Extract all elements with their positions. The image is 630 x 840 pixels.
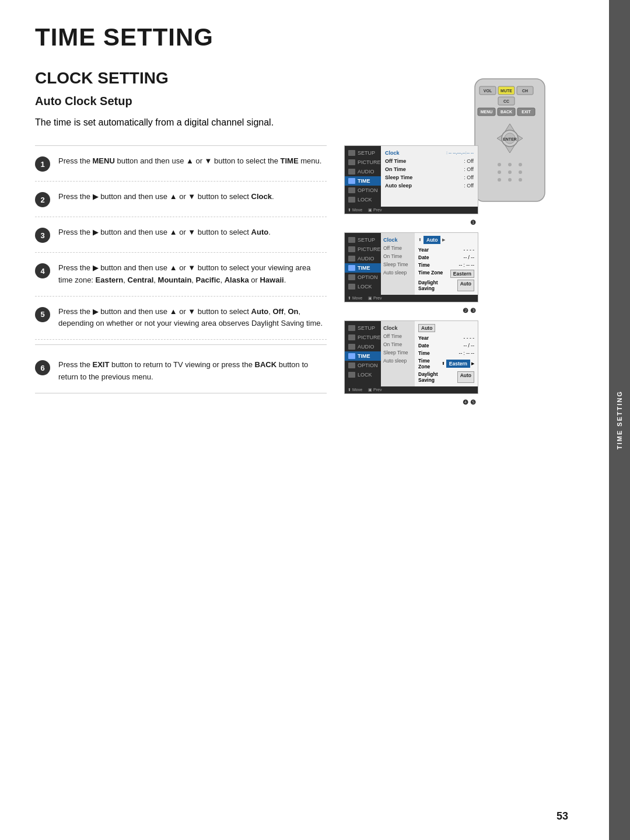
tv-screen-2: SETUP PICTURE AUDIO [344, 232, 478, 302]
label-clock-2: Clock [383, 236, 412, 244]
audio2-icon [348, 256, 355, 262]
audio-icon [348, 169, 355, 175]
svg-point-26 [508, 170, 512, 174]
svg-point-25 [498, 170, 501, 174]
sidebar2-lock: LOCK [345, 282, 381, 291]
step-number-1: 1 [35, 156, 50, 172]
svg-text:CC: CC [503, 99, 509, 103]
time2-icon [348, 265, 355, 271]
step-row-2: 2 Press the ▶ button and then use ▲ or ▼… [35, 182, 327, 217]
time-row-3: Time -- : -- -- [418, 349, 474, 357]
daylight-row-3: DaylightSaving Auto [418, 370, 474, 384]
year-row-3: Year - - - - [418, 334, 474, 341]
lock2-icon [348, 284, 355, 290]
svg-text:BACK: BACK [501, 110, 512, 114]
year-row-2: Year - - - - [418, 246, 474, 253]
steps-column: 1 Press the MENU button and then use ▲ o… [35, 145, 327, 406]
picture-icon [348, 159, 355, 165]
tv-row-autosleep-1: Auto sleep : Off [385, 182, 474, 190]
setup2-icon [348, 237, 355, 243]
sidebar3-option: OPTION [345, 361, 381, 370]
tv-left-labels-3: Clock Off Time On Time Sleep Time Auto s… [381, 321, 415, 386]
sidebar3-audio: AUDIO [345, 342, 381, 351]
tv-screen-3: SETUP PICTURE AUDIO [344, 320, 478, 394]
svg-text:MUTE: MUTE [501, 89, 512, 93]
svg-text:MENU: MENU [481, 110, 493, 114]
tv-row-sleep-1: Sleep Time : Off [385, 173, 474, 182]
screen-group-3: SETUP PICTURE AUDIO [344, 320, 478, 406]
label-sleep-3: Sleep Time [383, 348, 412, 357]
step-row-4: 4 Press the ▶ button and then use ▲ or ▼… [35, 253, 327, 297]
daylight-badge-2: Auto [457, 280, 474, 291]
svg-point-23 [508, 163, 512, 166]
divider-5 [35, 344, 327, 345]
tv-row-offtime-1: Off Time : Off [385, 157, 474, 165]
setup-icon [348, 150, 355, 156]
time-icon [348, 178, 355, 184]
tv-sidebar-3: SETUP PICTURE AUDIO [345, 321, 381, 386]
svg-text:CH: CH [522, 89, 528, 93]
timezone-badge-2: Eastern [450, 270, 474, 278]
date-row-2: Date -- / -- [418, 253, 474, 261]
step-row-5: 5 Press the ▶ button and then use ▲ or ▼… [35, 297, 327, 340]
option3-icon [348, 363, 355, 368]
clock-value-header-3: Auto [418, 324, 474, 332]
sidebar2-audio: AUDIO [345, 254, 381, 263]
sidebar2-time: TIME [345, 263, 381, 273]
svg-point-27 [519, 170, 522, 174]
clock-value-header-2: ⬆ Auto ▶ [418, 236, 474, 244]
svg-point-24 [519, 163, 522, 166]
clock-mode-badge: Auto [424, 236, 440, 244]
side-tab: TIME SETTING [609, 0, 630, 840]
step-number-3: 3 [35, 228, 50, 243]
label-ontime-3: On Time [383, 340, 412, 348]
tv-sidebar-1: SETUP PICTURE AUDIO [345, 146, 381, 207]
svg-point-28 [498, 178, 501, 182]
step-text-1: Press the MENU button and then use ▲ or … [58, 155, 327, 168]
tv-footer-3: ⬆ Move ▣ Prev [345, 386, 478, 393]
step-number-6: 6 [35, 360, 50, 375]
sidebar-lock: LOCK [345, 195, 381, 204]
sidebar3-picture: PICTURE [345, 333, 381, 342]
tv-footer-1: ⬆ Move ▣ Prev [345, 207, 478, 214]
tv-row-ontime-1: On Time : Off [385, 165, 474, 173]
screen1-stepnum: ❶ [470, 219, 478, 226]
step-row-6: 6 Press the EXIT button to return to TV … [35, 350, 327, 393]
screen-group-1: SETUP PICTURE AUDIO [344, 145, 478, 226]
lock3-icon [348, 372, 355, 378]
setup3-icon [348, 325, 355, 331]
svg-text:EXIT: EXIT [522, 110, 531, 114]
label-autosleep-3: Auto sleep [383, 357, 412, 365]
date-row-3: Date -- / -- [418, 341, 474, 349]
page-container: TIME SETTING CLOCK SETTING Auto Clock Se… [0, 0, 630, 840]
sidebar-picture: PICTURE [345, 158, 381, 167]
step-text-2: Press the ▶ button and then use ▲ or ▼ b… [58, 191, 327, 203]
step-text-5: Press the ▶ button and then use ▲ or ▼ b… [58, 306, 327, 330]
timezone-row-2: Time Zone Eastern [418, 269, 474, 278]
tv-sidebar-2: SETUP PICTURE AUDIO [345, 233, 381, 295]
svg-point-22 [498, 163, 501, 166]
page-number: 53 [556, 810, 568, 822]
timezone-badge-3: Eastern [446, 360, 470, 368]
step-row-1: 1 Press the MENU button and then use ▲ o… [35, 145, 327, 182]
sidebar2-option: OPTION [345, 273, 381, 282]
step-number-4: 4 [35, 263, 50, 278]
label-offtime-3: Off Time [383, 332, 412, 340]
tv-screen-1: SETUP PICTURE AUDIO [344, 145, 478, 214]
sidebar3-time: TIME [345, 351, 381, 361]
step-row-3: 3 Press the ▶ button and then use ▲ or ▼… [35, 217, 327, 253]
tv-row-clock-1: Clock : -- --,---,--:-- -- [385, 149, 474, 157]
svg-text:VOL: VOL [484, 89, 492, 93]
lock-icon [348, 197, 355, 203]
step-text-3: Press the ▶ button and then use ▲ or ▼ b… [58, 226, 327, 239]
svg-text:ENTER: ENTER [503, 137, 517, 141]
option2-icon [348, 274, 355, 280]
time-row-2: Time -- : -- -- [418, 261, 474, 269]
tv-left-labels-2: Clock Off Time On Time Sleep Time Auto s… [381, 233, 415, 295]
tv-main-1: Clock : -- --,---,--:-- -- Off Time : Of… [381, 146, 478, 207]
daylight-row-2: DaylightSaving Auto [418, 278, 474, 292]
audio3-icon [348, 344, 355, 350]
sidebar-setup: SETUP [345, 148, 381, 158]
tv-right-2: ⬆ Auto ▶ Year - - - - Date [415, 233, 478, 295]
svg-point-29 [508, 178, 512, 182]
